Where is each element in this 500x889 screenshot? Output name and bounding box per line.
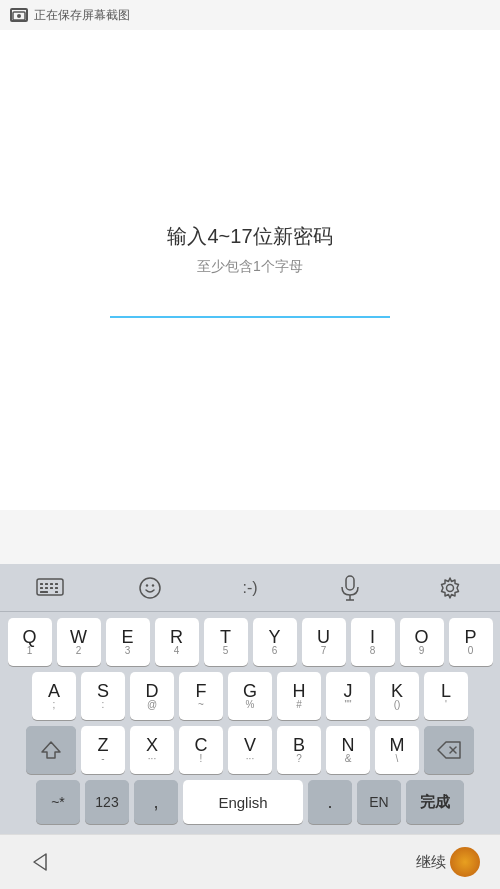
key-Q[interactable]: Q1 — [8, 618, 52, 666]
period-label: . — [327, 792, 332, 813]
done-label: 完成 — [420, 793, 450, 812]
key-C[interactable]: C! — [179, 726, 223, 774]
svg-rect-3 — [40, 583, 43, 585]
en-label: EN — [369, 794, 388, 810]
password-input[interactable] — [110, 316, 390, 318]
svg-rect-7 — [40, 587, 43, 589]
svg-rect-6 — [55, 583, 58, 585]
key-row-bottom: ~* 123 , English . EN 完成 — [4, 780, 496, 824]
emoticon-label: :-) — [242, 579, 257, 597]
svg-rect-8 — [45, 587, 48, 589]
key-D[interactable]: D@ — [130, 672, 174, 720]
key-M[interactable]: M\ — [375, 726, 419, 774]
key-O[interactable]: O9 — [400, 618, 444, 666]
key-H[interactable]: H# — [277, 672, 321, 720]
key-J[interactable]: J"" — [326, 672, 370, 720]
svg-rect-16 — [346, 576, 354, 590]
key-rows: Q1 W2 E3 R4 T5 Y6 U7 I8 O9 P0 A; S: D@ F… — [0, 612, 500, 834]
mic-icon-btn[interactable] — [300, 564, 400, 612]
svg-rect-9 — [50, 587, 53, 589]
svg-rect-5 — [50, 583, 53, 585]
key-T[interactable]: T5 — [204, 618, 248, 666]
svg-rect-10 — [55, 587, 58, 589]
svg-marker-23 — [34, 854, 46, 870]
key-I[interactable]: I8 — [351, 618, 395, 666]
status-bar: 正在保存屏幕截图 — [0, 0, 500, 30]
svg-point-15 — [152, 584, 154, 586]
num123-label: 123 — [95, 794, 118, 810]
svg-point-19 — [447, 584, 454, 591]
sym-label: ~* — [51, 794, 65, 810]
key-P[interactable]: P0 — [449, 618, 493, 666]
svg-rect-4 — [45, 583, 48, 585]
keyboard-toolbar: :-) — [0, 564, 500, 612]
key-N[interactable]: N& — [326, 726, 370, 774]
logo-icon — [450, 847, 480, 877]
password-subtitle: 至少包含1个字母 — [197, 258, 303, 276]
svg-point-13 — [140, 578, 160, 598]
keyboard-icon-btn[interactable] — [0, 564, 100, 612]
smiley-icon-btn[interactable] — [100, 564, 200, 612]
nav-bar: 继续 — [0, 834, 500, 889]
key-U[interactable]: U7 — [302, 618, 346, 666]
key-W[interactable]: W2 — [57, 618, 101, 666]
svg-rect-12 — [55, 591, 58, 593]
settings-icon-btn[interactable] — [400, 564, 500, 612]
done-key[interactable]: 完成 — [406, 780, 464, 824]
svg-marker-20 — [42, 742, 60, 758]
key-F[interactable]: F~ — [179, 672, 223, 720]
en-key[interactable]: EN — [357, 780, 401, 824]
key-row-2: A; S: D@ F~ G% H# J"" K() L' — [4, 672, 496, 720]
shift-key[interactable] — [26, 726, 76, 774]
main-content: 输入4~17位新密码 至少包含1个字母 — [0, 30, 500, 510]
screenshot-icon — [10, 8, 28, 22]
continue-text: 继续 — [416, 853, 446, 872]
backspace-key[interactable] — [424, 726, 474, 774]
key-Z[interactable]: Z- — [81, 726, 125, 774]
svg-rect-11 — [40, 591, 48, 593]
continue-area[interactable]: 继续 — [416, 847, 480, 877]
password-title: 输入4~17位新密码 — [167, 223, 332, 250]
key-A[interactable]: A; — [32, 672, 76, 720]
svg-point-1 — [17, 14, 21, 18]
comma-key[interactable]: , — [134, 780, 178, 824]
key-V[interactable]: V··· — [228, 726, 272, 774]
english-label: English — [218, 794, 267, 811]
key-G[interactable]: G% — [228, 672, 272, 720]
status-text: 正在保存屏幕截图 — [34, 7, 130, 24]
key-R[interactable]: R4 — [155, 618, 199, 666]
svg-point-14 — [146, 584, 148, 586]
key-Y[interactable]: Y6 — [253, 618, 297, 666]
key-X[interactable]: X··· — [130, 726, 174, 774]
key-L[interactable]: L' — [424, 672, 468, 720]
english-key[interactable]: English — [183, 780, 303, 824]
back-button[interactable] — [20, 842, 60, 882]
key-E[interactable]: E3 — [106, 618, 150, 666]
period-key[interactable]: . — [308, 780, 352, 824]
key-S[interactable]: S: — [81, 672, 125, 720]
key-row-1: Q1 W2 E3 R4 T5 Y6 U7 I8 O9 P0 — [4, 618, 496, 666]
sym-key[interactable]: ~* — [36, 780, 80, 824]
num123-key[interactable]: 123 — [85, 780, 129, 824]
comma-label: , — [153, 792, 158, 813]
key-row-3: Z- X··· C! V··· B? N& M\ — [4, 726, 496, 774]
key-B[interactable]: B? — [277, 726, 321, 774]
keyboard: :-) Q1 W2 E3 R4 T5 Y6 U7 I8 O9 P0 A; S: … — [0, 564, 500, 834]
key-K[interactable]: K() — [375, 672, 419, 720]
emoticon-btn[interactable]: :-) — [200, 564, 300, 612]
